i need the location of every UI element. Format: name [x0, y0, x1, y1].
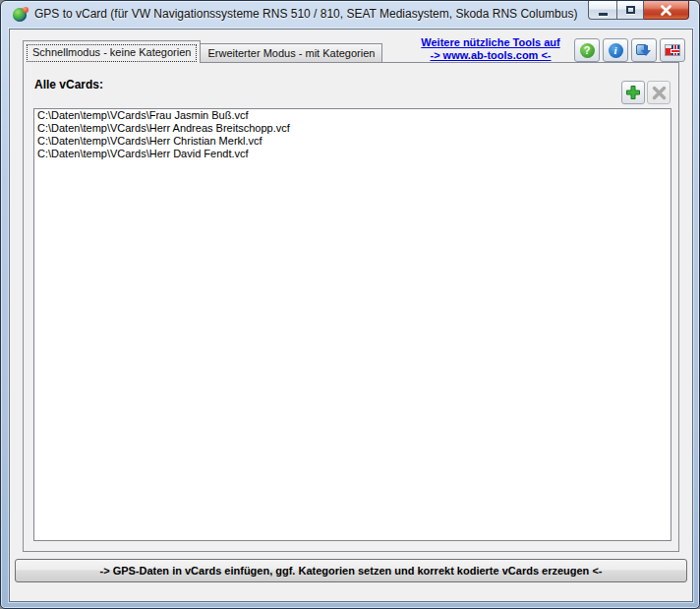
remove-vcard-button[interactable]: [647, 81, 671, 104]
language-flag-icon: [665, 44, 680, 56]
app-window: GPS to vCard (für VW Navigationssysteme …: [0, 0, 700, 609]
list-item[interactable]: C:\Daten\temp\VCards\Frau Jasmin Buß.vcf: [34, 109, 671, 122]
toolbar: ? i: [574, 38, 685, 62]
help-icon: ?: [580, 43, 595, 58]
tab-erweiterter-modus[interactable]: Erweiterter Modus - mit Kategorien: [201, 43, 382, 63]
info-button[interactable]: i: [603, 38, 628, 62]
window-title: GPS to vCard (für VW Navigationssysteme …: [34, 7, 577, 21]
list-item[interactable]: C:\Daten\temp\VCards\Herr David Fendt.vc…: [34, 148, 671, 160]
tab-label: Erweiterter Modus - mit Kategorien: [207, 47, 375, 59]
close-button[interactable]: [644, 1, 689, 20]
plus-icon: [625, 85, 641, 100]
client-area: Schnellmodus - keine Kategorien Erweiter…: [9, 29, 693, 602]
tab-schnellmodus[interactable]: Schnellmodus - keine Kategorien: [23, 40, 201, 63]
tabstrip: Schnellmodus - keine Kategorien Erweiter…: [23, 40, 382, 63]
remove-x-icon: [652, 86, 667, 100]
caption-buttons: [588, 1, 689, 20]
list-buttons: [621, 81, 671, 104]
help-button[interactable]: ?: [574, 38, 600, 62]
tab-label: Schnellmodus - keine Kategorien: [32, 46, 191, 58]
maximize-icon: [626, 6, 635, 14]
app-globe-icon: [13, 7, 29, 23]
tab-page-schnellmodus: Alle vCards: C:\Daten\temp\VCards\Frau J…: [23, 62, 679, 552]
titlebar[interactable]: GPS to vCard (für VW Navigationssysteme …: [1, 1, 699, 29]
info-icon: i: [609, 43, 623, 58]
list-item[interactable]: C:\Daten\temp\VCards\Herr Andreas Breits…: [34, 122, 671, 135]
maximize-button[interactable]: [616, 1, 644, 20]
vcard-listbox[interactable]: C:\Daten\temp\VCards\Frau Jasmin Buß.vcf…: [33, 108, 671, 541]
gps-dot-icon: [23, 7, 29, 13]
website-link-line1[interactable]: Weitere nützliche Tools auf: [403, 36, 578, 49]
website-link[interactable]: Weitere nützliche Tools auf -> www.ab-to…: [403, 36, 578, 62]
language-button[interactable]: [660, 38, 685, 62]
generate-vcards-button[interactable]: -> GPS-Daten in vCards einfügen, ggf. Ka…: [15, 559, 687, 582]
close-icon: [661, 5, 671, 16]
minimize-button[interactable]: [588, 1, 616, 20]
website-link-line2[interactable]: -> www.ab-tools.com <-: [403, 49, 578, 62]
update-download-icon: [636, 43, 652, 58]
add-vcard-button[interactable]: [621, 81, 645, 104]
list-item[interactable]: C:\Daten\temp\VCards\Herr Christian Merk…: [34, 135, 671, 148]
vcards-label: Alle vCards:: [34, 78, 103, 91]
update-check-button[interactable]: [631, 38, 657, 62]
minimize-icon: [599, 13, 608, 16]
